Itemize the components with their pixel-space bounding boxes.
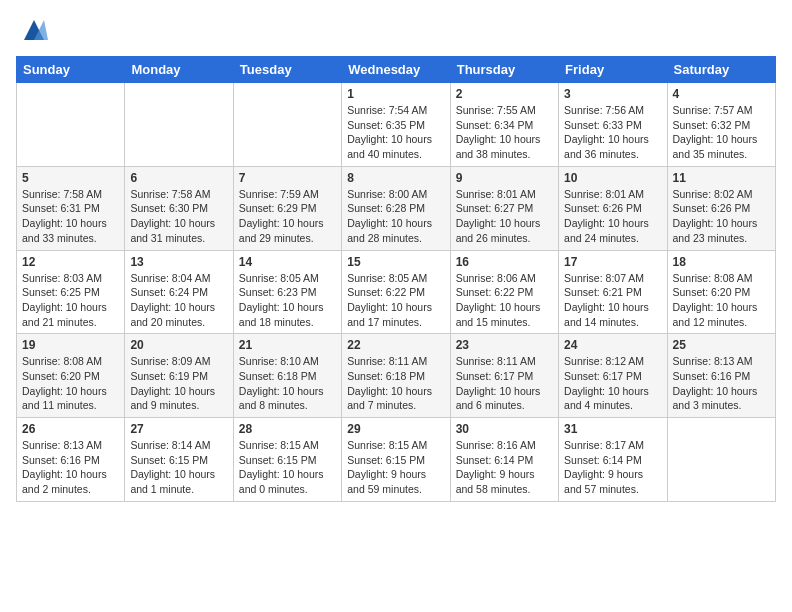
calendar-week-row: 12Sunrise: 8:03 AM Sunset: 6:25 PM Dayli… (17, 250, 776, 334)
day-number: 26 (22, 422, 119, 436)
day-number: 29 (347, 422, 444, 436)
day-number: 30 (456, 422, 553, 436)
day-number: 18 (673, 255, 770, 269)
calendar-cell: 29Sunrise: 8:15 AM Sunset: 6:15 PM Dayli… (342, 418, 450, 502)
day-number: 27 (130, 422, 227, 436)
calendar-cell: 31Sunrise: 8:17 AM Sunset: 6:14 PM Dayli… (559, 418, 667, 502)
day-info: Sunrise: 8:16 AM Sunset: 6:14 PM Dayligh… (456, 438, 553, 497)
day-info: Sunrise: 8:12 AM Sunset: 6:17 PM Dayligh… (564, 354, 661, 413)
day-info: Sunrise: 8:15 AM Sunset: 6:15 PM Dayligh… (239, 438, 336, 497)
day-of-week-header: Tuesday (233, 57, 341, 83)
calendar-cell: 17Sunrise: 8:07 AM Sunset: 6:21 PM Dayli… (559, 250, 667, 334)
day-info: Sunrise: 8:17 AM Sunset: 6:14 PM Dayligh… (564, 438, 661, 497)
calendar-cell: 5Sunrise: 7:58 AM Sunset: 6:31 PM Daylig… (17, 166, 125, 250)
day-info: Sunrise: 8:02 AM Sunset: 6:26 PM Dayligh… (673, 187, 770, 246)
day-of-week-header: Sunday (17, 57, 125, 83)
day-info: Sunrise: 8:10 AM Sunset: 6:18 PM Dayligh… (239, 354, 336, 413)
calendar-week-row: 26Sunrise: 8:13 AM Sunset: 6:16 PM Dayli… (17, 418, 776, 502)
day-info: Sunrise: 8:11 AM Sunset: 6:18 PM Dayligh… (347, 354, 444, 413)
calendar-cell: 25Sunrise: 8:13 AM Sunset: 6:16 PM Dayli… (667, 334, 775, 418)
calendar-cell (125, 83, 233, 167)
day-info: Sunrise: 8:05 AM Sunset: 6:22 PM Dayligh… (347, 271, 444, 330)
day-number: 31 (564, 422, 661, 436)
day-number: 17 (564, 255, 661, 269)
day-number: 23 (456, 338, 553, 352)
calendar-cell: 24Sunrise: 8:12 AM Sunset: 6:17 PM Dayli… (559, 334, 667, 418)
day-number: 3 (564, 87, 661, 101)
calendar-week-row: 19Sunrise: 8:08 AM Sunset: 6:20 PM Dayli… (17, 334, 776, 418)
day-number: 10 (564, 171, 661, 185)
calendar-cell: 26Sunrise: 8:13 AM Sunset: 6:16 PM Dayli… (17, 418, 125, 502)
calendar-cell: 11Sunrise: 8:02 AM Sunset: 6:26 PM Dayli… (667, 166, 775, 250)
day-number: 2 (456, 87, 553, 101)
day-number: 24 (564, 338, 661, 352)
day-of-week-header: Saturday (667, 57, 775, 83)
day-number: 4 (673, 87, 770, 101)
day-number: 9 (456, 171, 553, 185)
day-info: Sunrise: 8:06 AM Sunset: 6:22 PM Dayligh… (456, 271, 553, 330)
day-info: Sunrise: 8:00 AM Sunset: 6:28 PM Dayligh… (347, 187, 444, 246)
calendar-cell: 1Sunrise: 7:54 AM Sunset: 6:35 PM Daylig… (342, 83, 450, 167)
day-of-week-header: Friday (559, 57, 667, 83)
calendar-cell: 15Sunrise: 8:05 AM Sunset: 6:22 PM Dayli… (342, 250, 450, 334)
day-info: Sunrise: 8:11 AM Sunset: 6:17 PM Dayligh… (456, 354, 553, 413)
day-number: 21 (239, 338, 336, 352)
day-info: Sunrise: 7:57 AM Sunset: 6:32 PM Dayligh… (673, 103, 770, 162)
day-info: Sunrise: 7:56 AM Sunset: 6:33 PM Dayligh… (564, 103, 661, 162)
day-info: Sunrise: 7:54 AM Sunset: 6:35 PM Dayligh… (347, 103, 444, 162)
calendar-cell: 28Sunrise: 8:15 AM Sunset: 6:15 PM Dayli… (233, 418, 341, 502)
day-number: 15 (347, 255, 444, 269)
day-info: Sunrise: 8:08 AM Sunset: 6:20 PM Dayligh… (673, 271, 770, 330)
calendar-cell (667, 418, 775, 502)
calendar-cell: 3Sunrise: 7:56 AM Sunset: 6:33 PM Daylig… (559, 83, 667, 167)
calendar-cell: 2Sunrise: 7:55 AM Sunset: 6:34 PM Daylig… (450, 83, 558, 167)
logo (16, 16, 48, 44)
calendar-cell: 8Sunrise: 8:00 AM Sunset: 6:28 PM Daylig… (342, 166, 450, 250)
day-info: Sunrise: 8:13 AM Sunset: 6:16 PM Dayligh… (22, 438, 119, 497)
day-info: Sunrise: 8:01 AM Sunset: 6:26 PM Dayligh… (564, 187, 661, 246)
day-info: Sunrise: 8:08 AM Sunset: 6:20 PM Dayligh… (22, 354, 119, 413)
calendar-cell: 7Sunrise: 7:59 AM Sunset: 6:29 PM Daylig… (233, 166, 341, 250)
calendar-table: SundayMondayTuesdayWednesdayThursdayFrid… (16, 56, 776, 502)
calendar-cell: 12Sunrise: 8:03 AM Sunset: 6:25 PM Dayli… (17, 250, 125, 334)
day-number: 5 (22, 171, 119, 185)
day-info: Sunrise: 8:15 AM Sunset: 6:15 PM Dayligh… (347, 438, 444, 497)
day-info: Sunrise: 8:03 AM Sunset: 6:25 PM Dayligh… (22, 271, 119, 330)
calendar-cell (233, 83, 341, 167)
day-info: Sunrise: 8:14 AM Sunset: 6:15 PM Dayligh… (130, 438, 227, 497)
day-number: 12 (22, 255, 119, 269)
calendar-cell: 10Sunrise: 8:01 AM Sunset: 6:26 PM Dayli… (559, 166, 667, 250)
calendar-cell: 27Sunrise: 8:14 AM Sunset: 6:15 PM Dayli… (125, 418, 233, 502)
day-number: 1 (347, 87, 444, 101)
day-of-week-header: Monday (125, 57, 233, 83)
day-info: Sunrise: 8:07 AM Sunset: 6:21 PM Dayligh… (564, 271, 661, 330)
day-number: 13 (130, 255, 227, 269)
calendar-cell: 14Sunrise: 8:05 AM Sunset: 6:23 PM Dayli… (233, 250, 341, 334)
calendar-cell: 4Sunrise: 7:57 AM Sunset: 6:32 PM Daylig… (667, 83, 775, 167)
day-number: 8 (347, 171, 444, 185)
calendar-cell: 9Sunrise: 8:01 AM Sunset: 6:27 PM Daylig… (450, 166, 558, 250)
day-info: Sunrise: 8:13 AM Sunset: 6:16 PM Dayligh… (673, 354, 770, 413)
day-info: Sunrise: 7:59 AM Sunset: 6:29 PM Dayligh… (239, 187, 336, 246)
calendar-cell (17, 83, 125, 167)
calendar-cell: 6Sunrise: 7:58 AM Sunset: 6:30 PM Daylig… (125, 166, 233, 250)
calendar-header-row: SundayMondayTuesdayWednesdayThursdayFrid… (17, 57, 776, 83)
logo-icon (20, 16, 48, 44)
calendar-cell: 21Sunrise: 8:10 AM Sunset: 6:18 PM Dayli… (233, 334, 341, 418)
day-number: 22 (347, 338, 444, 352)
day-info: Sunrise: 8:09 AM Sunset: 6:19 PM Dayligh… (130, 354, 227, 413)
day-number: 6 (130, 171, 227, 185)
day-of-week-header: Thursday (450, 57, 558, 83)
day-info: Sunrise: 7:58 AM Sunset: 6:31 PM Dayligh… (22, 187, 119, 246)
day-number: 11 (673, 171, 770, 185)
calendar-cell: 20Sunrise: 8:09 AM Sunset: 6:19 PM Dayli… (125, 334, 233, 418)
day-info: Sunrise: 8:01 AM Sunset: 6:27 PM Dayligh… (456, 187, 553, 246)
day-number: 19 (22, 338, 119, 352)
day-number: 28 (239, 422, 336, 436)
calendar-week-row: 5Sunrise: 7:58 AM Sunset: 6:31 PM Daylig… (17, 166, 776, 250)
calendar-cell: 30Sunrise: 8:16 AM Sunset: 6:14 PM Dayli… (450, 418, 558, 502)
calendar-cell: 23Sunrise: 8:11 AM Sunset: 6:17 PM Dayli… (450, 334, 558, 418)
day-number: 20 (130, 338, 227, 352)
day-info: Sunrise: 8:04 AM Sunset: 6:24 PM Dayligh… (130, 271, 227, 330)
page-header (16, 16, 776, 44)
